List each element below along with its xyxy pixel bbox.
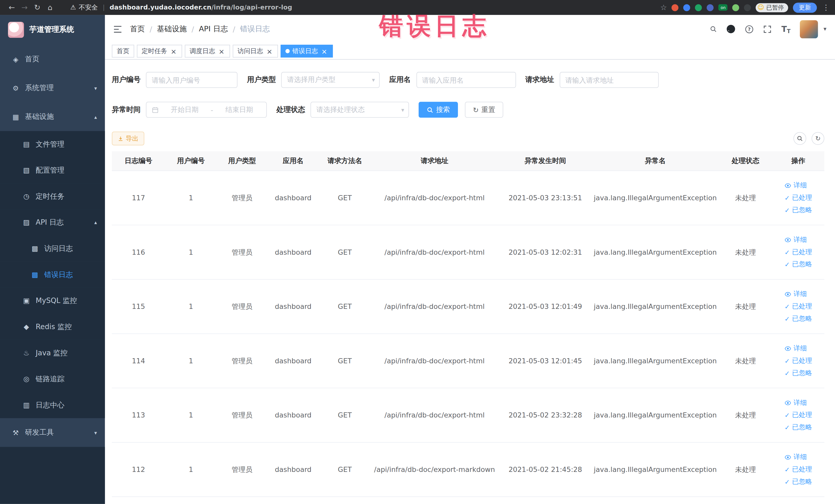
mark-processed-link[interactable]: ✓ 已处理 [785, 465, 812, 474]
export-button[interactable]: 导出 [112, 132, 144, 145]
detail-link[interactable]: 详细 [785, 452, 807, 462]
close-icon[interactable]: × [321, 47, 328, 55]
close-icon[interactable]: × [170, 47, 177, 55]
search-icon[interactable] [710, 26, 717, 33]
sidebar-item-dev-tools[interactable]: ⚒ 研发工具 ▾ [0, 418, 105, 447]
sidebar-item-mysql[interactable]: ▣ MySQL 监控 [0, 287, 105, 314]
reset-button[interactable]: ↻ 重置 [465, 102, 503, 118]
tab-error-log[interactable]: 错误日志 × [281, 45, 333, 58]
font-size-icon[interactable]: TT [781, 24, 790, 34]
github-icon[interactable] [727, 24, 736, 33]
refresh-icon: ↻ [815, 135, 821, 142]
tab-job[interactable]: 定时任务 × [137, 45, 182, 58]
sidebar-item-trace[interactable]: ◎ 链路追踪 [0, 366, 105, 392]
close-icon[interactable]: × [218, 47, 225, 55]
mark-ignored-link[interactable]: ✓ 已忽略 [785, 477, 812, 486]
refresh-table-button[interactable]: ↻ [812, 132, 824, 145]
cell-request-url: /api/infra/db-doc/export-html [371, 171, 498, 225]
mark-ignored-link[interactable]: ✓ 已忽略 [785, 206, 812, 215]
extension-icon-on[interactable]: on [719, 4, 728, 11]
tab-home[interactable]: 首页 [112, 45, 134, 58]
mark-ignored-link[interactable]: ✓ 已忽略 [785, 314, 812, 323]
eye-icon [785, 400, 791, 406]
cell-log-id: 117 [112, 171, 165, 225]
cell-process-status: 未处理 [718, 334, 773, 388]
detail-link[interactable]: 详细 [785, 236, 807, 244]
user-id-input[interactable] [146, 72, 238, 88]
mark-processed-link[interactable]: ✓ 已处理 [785, 411, 812, 420]
check-icon: ✓ [785, 207, 790, 213]
detail-link[interactable]: 详细 [785, 181, 807, 190]
breadcrumb-item[interactable]: 基础设施 [157, 24, 187, 34]
sidebar-item-infra[interactable]: ▦ 基础设施 ▴ [0, 102, 105, 131]
extension-icon-dark[interactable] [744, 4, 751, 11]
process-status-select[interactable]: 请选择处理状态 ▾ [310, 102, 409, 118]
sidebar-item-file[interactable]: ▤ 文件管理 [0, 131, 105, 157]
sidebar-item-access-log[interactable]: ▩ 访问日志 [0, 236, 105, 262]
sidebar-item-home[interactable]: ◈ 首页 [0, 45, 105, 74]
cell-app-name: dashboard [267, 171, 319, 225]
back-icon[interactable]: ← [5, 3, 18, 12]
fullscreen-icon[interactable] [763, 25, 772, 33]
reload-icon[interactable]: ↻ [31, 3, 44, 12]
mark-processed-link[interactable]: ✓ 已处理 [785, 356, 812, 365]
exception-time-range[interactable]: 开始日期 - 结束日期 [146, 102, 267, 118]
extension-icon-leaf[interactable] [733, 4, 739, 11]
detail-link[interactable]: 详细 [785, 344, 807, 353]
divider: | [103, 4, 105, 11]
eye-icon [785, 291, 791, 298]
security-warning[interactable]: ⚠ 不安全 [70, 3, 98, 12]
hamburger-icon[interactable] [114, 25, 122, 33]
app-logo[interactable]: 芋道管理系统 [0, 15, 105, 45]
request-url-input[interactable] [559, 72, 658, 88]
app-name-input[interactable] [416, 72, 516, 88]
mark-processed-link[interactable]: ✓ 已处理 [785, 193, 812, 202]
job-icon: ◷ [22, 192, 31, 200]
sidebar-item-java[interactable]: ♨ Java 监控 [0, 340, 105, 366]
sidebar-item-job[interactable]: ◷ 定时任务 [0, 183, 105, 209]
home-icon[interactable]: ⌂ [44, 3, 57, 12]
sidebar-item-redis[interactable]: ◆ Redis 监控 [0, 314, 105, 340]
forward-icon[interactable]: → [18, 3, 31, 12]
log-table: 日志编号用户编号用户类型应用名请求方法名请求地址异常发生时间异常名处理状态操作 … [112, 151, 824, 497]
extension-icon-blue[interactable] [684, 4, 691, 11]
browser-menu-icon[interactable]: ⋮ [822, 3, 830, 12]
bookmark-star-icon[interactable]: ☆ [660, 3, 667, 12]
extension-icon-red[interactable] [672, 4, 679, 11]
breadcrumb-item[interactable]: 首页 [130, 24, 145, 34]
mark-ignored-link[interactable]: ✓ 已忽略 [785, 369, 812, 378]
mark-ignored-link[interactable]: ✓ 已忽略 [785, 260, 812, 269]
search-button[interactable]: 搜索 [419, 102, 458, 118]
tab-job-log[interactable]: 调度日志 × [185, 45, 230, 58]
cell-actions: 详细 ✓ 已处理 ✓ 已忽略 [773, 443, 824, 497]
detail-link[interactable]: 详细 [785, 290, 807, 299]
password-paused-badge[interactable]: ☺ 已暂停 [756, 3, 788, 12]
sidebar-item-system[interactable]: ⚙ 系统管理 ▾ [0, 74, 105, 102]
mark-processed-link[interactable]: ✓ 已处理 [785, 302, 812, 311]
sidebar-item-config[interactable]: ▧ 配置管理 [0, 157, 105, 183]
tab-access-log[interactable]: 访问日志 × [233, 45, 278, 58]
cell-app-name: dashboard [267, 334, 319, 388]
cell-exception-name: java.lang.IllegalArgumentException [592, 388, 718, 442]
update-button[interactable]: 更新 [793, 2, 817, 12]
mark-ignored-link[interactable]: ✓ 已忽略 [785, 423, 812, 432]
toggle-search-button[interactable] [793, 132, 806, 145]
cell-process-status: 未处理 [718, 171, 773, 225]
url-bar[interactable]: dashboard.yudao.iocoder.cn /infra/log/ap… [109, 4, 292, 11]
sidebar-item-api-log[interactable]: ▨ API 日志 ▴ [0, 209, 105, 236]
extension-icon-green[interactable] [695, 4, 702, 11]
close-icon[interactable]: × [266, 47, 273, 55]
cell-request-url: /api/infra/db-doc/export-html [371, 225, 498, 279]
sidebar-item-error-log[interactable]: ▩ 错误日志 [0, 262, 105, 288]
user-type-select[interactable]: 请选择用户类型 ▾ [281, 72, 380, 88]
sidebar-item-log-center[interactable]: ▥ 日志中心 [0, 392, 105, 418]
breadcrumb-item[interactable]: API 日志 [199, 24, 228, 34]
column-header: 处理状态 [718, 151, 773, 170]
mark-processed-link[interactable]: ✓ 已处理 [785, 248, 812, 257]
detail-link[interactable]: 详细 [785, 399, 807, 407]
help-icon[interactable]: ? [745, 25, 754, 33]
avatar[interactable] [800, 20, 818, 38]
chevron-down-icon: ▾ [94, 85, 97, 91]
chevron-down-icon[interactable]: ▾ [823, 26, 826, 33]
extensions-grid-icon[interactable] [707, 4, 714, 11]
